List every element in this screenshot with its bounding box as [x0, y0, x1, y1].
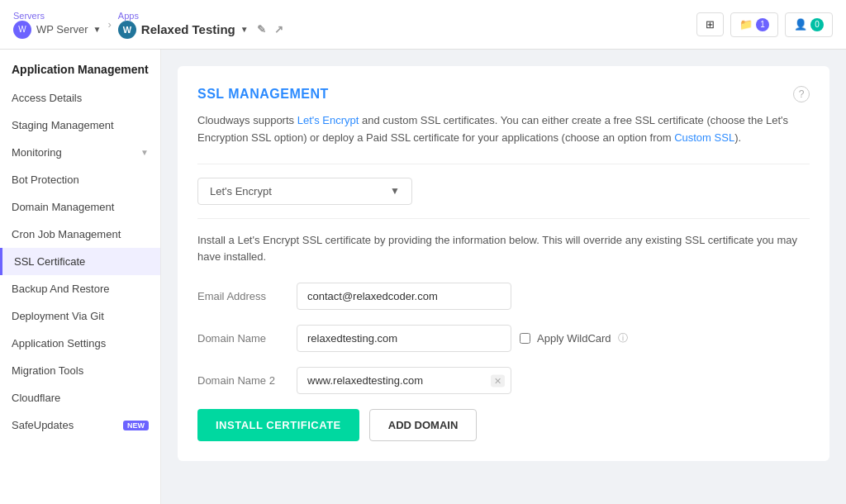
sidebar-item-deployment-git[interactable]: Deployment Via Git [0, 302, 160, 330]
files-button[interactable]: 📁 1 [730, 12, 778, 37]
sidebar-label-access-details: Access Details [12, 92, 82, 104]
apps-section: Apps W Relaxed Testing ▼ ✎ ↗ [118, 11, 283, 39]
sidebar-label-domain-management: Domain Management [12, 201, 114, 213]
sidebar-item-bot-protection[interactable]: Bot Protection [0, 166, 160, 193]
ssl-description: Cloudways supports Let's Encrypt and cus… [197, 112, 810, 147]
ssl-dropdown-arrow-icon: ▼ [390, 185, 400, 197]
sidebar-label-safeupdates: SafeUpdates [12, 419, 74, 431]
domain2-row: Domain Name 2 ✕ [197, 367, 810, 394]
wildcard-checkbox[interactable] [520, 333, 530, 344]
external-link-icon[interactable]: ↗ [274, 23, 283, 36]
ssl-type-selected: Let's Encrypt [210, 185, 272, 197]
sidebar-label-monitoring: Monitoring [12, 146, 62, 159]
sidebar-label-backup-restore: Backup And Restore [12, 283, 110, 295]
server-selector[interactable]: W WP Server ▼ [13, 21, 102, 39]
sidebar-item-cloudflare[interactable]: Cloudflare [0, 384, 160, 411]
edit-icon[interactable]: ✎ [257, 23, 266, 36]
sidebar-item-safeupdates[interactable]: SafeUpdates NEW [0, 411, 160, 439]
monitoring-chevron-icon: ▼ [140, 148, 149, 157]
sidebar-label-application-settings: Application Settings [12, 337, 106, 349]
folder-icon: 📁 [739, 18, 753, 31]
new-badge: NEW [123, 421, 149, 430]
email-label: Email Address [197, 290, 297, 302]
sidebar-label-bot-protection: Bot Protection [12, 174, 79, 186]
wp-icon: W [118, 21, 136, 39]
install-description: Install a Let's Encrypt SSL certificate … [197, 232, 810, 267]
grid-icon: ⊞ [706, 18, 715, 31]
ssl-type-dropdown[interactable]: Let's Encrypt ▼ [197, 178, 412, 205]
sidebar-label-migration-tools: Migration Tools [12, 364, 83, 377]
sidebar-label-deployment-git: Deployment Via Git [12, 310, 104, 322]
main-content: SSL MANAGEMENT ? Cloudways supports Let'… [161, 50, 846, 504]
add-domain-button[interactable]: ADD DOMAIN [369, 409, 478, 441]
button-row: INSTALL CERTIFICATE ADD DOMAIN [197, 409, 810, 441]
sidebar-item-staging-management[interactable]: Staging Management [0, 112, 160, 139]
sidebar-label-staging-management: Staging Management [12, 119, 114, 131]
divider-1 [197, 164, 810, 164]
sidebar-item-monitoring[interactable]: Monitoring ▼ [0, 139, 160, 166]
sidebar-title: Application Management [0, 58, 160, 84]
sidebar-item-application-settings[interactable]: Application Settings [0, 330, 160, 357]
users-badge: 0 [810, 18, 824, 31]
app-name: Relaxed Testing [141, 22, 235, 36]
email-row: Email Address [197, 283, 810, 310]
sidebar-label-ssl-certificate: SSL Certificate [14, 255, 85, 268]
app-selector[interactable]: W Relaxed Testing ▼ ✎ ↗ [118, 21, 283, 39]
domain-label: Domain Name [197, 332, 297, 345]
domain-input[interactable] [297, 325, 511, 352]
sidebar-item-migration-tools[interactable]: Migration Tools [0, 357, 160, 384]
server-icon: W [13, 21, 31, 39]
sidebar-item-backup-restore[interactable]: Backup And Restore [0, 275, 160, 302]
sidebar-label-cron-job-management: Cron Job Management [12, 228, 121, 240]
grid-view-button[interactable]: ⊞ [696, 12, 724, 36]
domain2-input[interactable] [297, 367, 511, 394]
domain2-label: Domain Name 2 [197, 374, 297, 387]
wildcard-row: Apply WildCard ⓘ [520, 331, 628, 345]
server-dropdown-arrow[interactable]: ▼ [93, 25, 102, 34]
users-button[interactable]: 👤 0 [785, 12, 833, 37]
topbar-right: ⊞ 📁 1 👤 0 [696, 12, 833, 37]
servers-section: Servers W WP Server ▼ [13, 11, 102, 39]
sidebar: Application Management Access Details St… [0, 50, 161, 504]
wildcard-label: Apply WildCard [537, 332, 611, 345]
domain-row: Domain Name Apply WildCard ⓘ [197, 325, 810, 352]
ssl-header: SSL MANAGEMENT ? [197, 86, 810, 102]
ssl-title: SSL MANAGEMENT [197, 87, 329, 102]
install-certificate-button[interactable]: INSTALL CERTIFICATE [197, 409, 359, 441]
domain2-clear-button[interactable]: ✕ [491, 374, 505, 387]
sidebar-item-domain-management[interactable]: Domain Management [0, 193, 160, 221]
sidebar-item-ssl-certificate[interactable]: SSL Certificate [0, 248, 160, 275]
sidebar-item-access-details[interactable]: Access Details [0, 84, 160, 112]
divider-2 [197, 218, 810, 219]
sidebar-label-cloudflare: Cloudflare [12, 392, 60, 404]
email-input[interactable] [297, 283, 511, 310]
help-icon[interactable]: ? [793, 86, 810, 102]
domain2-input-wrap: ✕ [297, 367, 511, 394]
breadcrumb-separator: › [108, 18, 112, 31]
sidebar-item-cron-job-management[interactable]: Cron Job Management [0, 221, 160, 248]
custom-ssl-link[interactable]: Custom SSL [674, 131, 734, 144]
apps-label: Apps [118, 11, 283, 21]
lets-encrypt-link[interactable]: Let's Encrypt [297, 114, 359, 126]
app-dropdown-arrow[interactable]: ▼ [240, 25, 249, 34]
ssl-card: SSL MANAGEMENT ? Cloudways supports Let'… [178, 66, 829, 461]
server-name: WP Server [36, 23, 88, 36]
servers-label: Servers [13, 11, 102, 21]
files-badge: 1 [756, 18, 769, 31]
wildcard-info-icon[interactable]: ⓘ [618, 331, 628, 345]
users-icon: 👤 [794, 18, 807, 31]
